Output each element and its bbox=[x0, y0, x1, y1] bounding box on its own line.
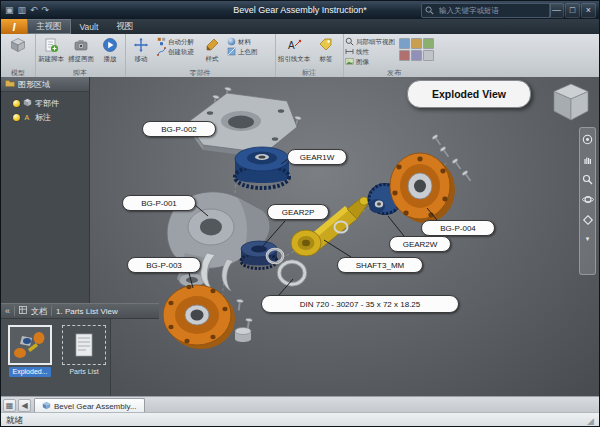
move-icon bbox=[133, 37, 149, 54]
view-title-callout[interactable]: Exploded View bbox=[407, 80, 531, 108]
resize-grip-icon[interactable]: ◢ bbox=[587, 416, 594, 426]
search-input[interactable] bbox=[437, 5, 547, 16]
label-tag-button[interactable]: 标签 bbox=[313, 36, 339, 62]
publish-tool-icon[interactable] bbox=[411, 50, 422, 61]
group-label-annotation[interactable]: 标注 bbox=[275, 68, 343, 77]
create-trail-button[interactable]: 创建轨迹 bbox=[157, 48, 197, 56]
view-cube[interactable] bbox=[547, 80, 595, 128]
part-bg-p-003[interactable] bbox=[163, 285, 235, 349]
auto-explode-button[interactable]: 自动分解 bbox=[157, 38, 197, 46]
pan-hand-icon[interactable] bbox=[582, 154, 593, 165]
storyboard-thumb-parts-list[interactable]: Parts List bbox=[61, 325, 107, 396]
part-gear1w[interactable] bbox=[235, 147, 289, 188]
detail-view-button[interactable]: 局部细节视图 bbox=[345, 38, 397, 46]
grid-view-icon[interactable] bbox=[19, 306, 27, 316]
callout-din-bearing[interactable]: DIN 720 - 30207 - 35 x 72 x 18.25 bbox=[261, 295, 459, 313]
viewport-3d[interactable]: Exploded View BG-P-002 GEAR1W BG-P-001 G… bbox=[89, 77, 600, 396]
thumb-label[interactable]: Parts List bbox=[66, 367, 101, 377]
group-label-publish[interactable]: 发布 bbox=[343, 68, 445, 77]
ribbon-tab-home[interactable]: 主视图 bbox=[27, 19, 71, 34]
tree-item-annotations[interactable]: A 标注 bbox=[7, 110, 89, 124]
new-script-button[interactable]: 新建脚本 bbox=[37, 36, 65, 62]
callout-gear2w[interactable]: GEAR2W bbox=[389, 236, 451, 252]
part-bg-p-004[interactable] bbox=[390, 153, 455, 223]
play-label: 播放 bbox=[104, 55, 117, 62]
callout-shaft3-mm[interactable]: SHAFT3_MM bbox=[337, 257, 423, 273]
capture-frame-button[interactable]: 捕捉画面 bbox=[67, 36, 95, 62]
publish-tool-icon[interactable] bbox=[399, 50, 410, 61]
shaded-view-button[interactable]: 上色图 bbox=[227, 48, 263, 56]
publish-tool-icon[interactable] bbox=[423, 38, 434, 49]
play-button[interactable]: 播放 bbox=[97, 36, 123, 62]
part-cap[interactable] bbox=[235, 328, 251, 343]
auto-explode-icon bbox=[157, 37, 166, 47]
tab-tools: ▦ ◀ bbox=[3, 397, 34, 413]
ribbon-group-model: 模型 bbox=[1, 34, 36, 77]
group-label-components[interactable]: 零部件 bbox=[125, 68, 275, 77]
screws-bottom[interactable] bbox=[235, 299, 252, 331]
breadcrumb-current[interactable]: 1. Parts List View bbox=[56, 307, 118, 316]
publish-tool-icon[interactable] bbox=[399, 38, 410, 49]
callout-bg-p-002[interactable]: BG-P-002 bbox=[142, 121, 216, 137]
document-tab-label: Bevel Gear Assembly... bbox=[54, 402, 137, 411]
tab-back-button[interactable]: ◀ bbox=[18, 399, 31, 412]
application-button[interactable]: I bbox=[1, 19, 27, 34]
callout-text-label: 指引线文本 bbox=[278, 55, 311, 62]
group-label-script[interactable]: 脚本 bbox=[35, 68, 125, 77]
auto-explode-label: 自动分解 bbox=[168, 38, 194, 47]
separator bbox=[51, 306, 52, 316]
document-tab-active[interactable]: Bevel Gear Assembly... bbox=[34, 398, 145, 413]
callout-bg-p-003[interactable]: BG-P-003 bbox=[127, 257, 201, 273]
storyboard-thumb-exploded[interactable]: Exploded... bbox=[7, 325, 53, 396]
linear-button[interactable]: 线性 bbox=[345, 48, 397, 56]
help-search-box[interactable] bbox=[421, 3, 551, 18]
look-at-icon[interactable] bbox=[582, 214, 594, 226]
trail-icon bbox=[157, 47, 166, 57]
browser-panel: 图形区域 零部件 A 标注 bbox=[1, 77, 90, 303]
title-bar: ▣ ▥ ↶ ↷ Bevel Gear Assembly Instruction*… bbox=[1, 1, 599, 19]
part-gear2p[interactable] bbox=[241, 241, 277, 269]
maximize-button[interactable]: □ bbox=[565, 3, 580, 18]
separator bbox=[14, 306, 15, 316]
move-label: 移动 bbox=[135, 55, 148, 62]
breadcrumb-root[interactable]: 文档 bbox=[31, 306, 47, 317]
callout-gear1w[interactable]: GEAR1W bbox=[287, 149, 347, 165]
thumb-parts-list-image[interactable] bbox=[62, 325, 106, 365]
visibility-bulb-icon[interactable] bbox=[13, 114, 20, 121]
tree-item-label: 标注 bbox=[35, 112, 51, 123]
publish-tool-icon[interactable] bbox=[411, 38, 422, 49]
model-button[interactable] bbox=[3, 36, 33, 54]
publish-tool-icon[interactable] bbox=[423, 50, 434, 61]
thumb-exploded-image[interactable] bbox=[8, 325, 52, 365]
zoom-icon[interactable] bbox=[582, 174, 593, 185]
image-button[interactable]: 图像 bbox=[345, 58, 397, 66]
navbar-more-icon[interactable]: ▾ bbox=[586, 235, 590, 242]
orbit-icon[interactable] bbox=[582, 194, 594, 205]
callout-bg-p-001[interactable]: BG-P-001 bbox=[122, 195, 196, 211]
leader-text-icon: A bbox=[286, 37, 302, 54]
ribbon-tab-vault[interactable]: Vault bbox=[71, 19, 108, 34]
group-label-model[interactable]: 模型 bbox=[1, 68, 35, 77]
callout-gear2p[interactable]: GEAR2P bbox=[267, 204, 329, 220]
visibility-bulb-icon[interactable] bbox=[13, 100, 20, 107]
storyboard-breadcrumb: « 文档 1. Parts List View bbox=[1, 303, 159, 319]
collapse-panel-icon[interactable]: « bbox=[5, 306, 10, 316]
document-tab-bar: ▦ ◀ Bevel Gear Assembly... bbox=[1, 396, 599, 413]
camera-icon bbox=[73, 37, 89, 54]
navigation-wheel-icon[interactable] bbox=[582, 134, 593, 145]
ribbon-tab-view[interactable]: 视图 bbox=[107, 19, 142, 34]
minimize-button[interactable]: — bbox=[549, 3, 564, 18]
tree-item-components[interactable]: 零部件 bbox=[7, 96, 89, 110]
callout-text-button[interactable]: A 指引线文本 bbox=[277, 36, 311, 62]
ribbon-group-annotation: A 指引线文本 标签 标注 bbox=[275, 34, 344, 77]
material-button[interactable]: 材料 bbox=[227, 38, 263, 46]
close-button[interactable]: × bbox=[581, 3, 596, 18]
browser-header: 图形区域 bbox=[1, 77, 89, 92]
callout-bg-p-004[interactable]: BG-P-004 bbox=[421, 220, 495, 236]
styles-button[interactable]: 样式 bbox=[199, 36, 225, 62]
move-button[interactable]: 移动 bbox=[127, 36, 155, 62]
thumb-label[interactable]: Exploded... bbox=[9, 367, 50, 377]
panel-grid-button[interactable]: ▦ bbox=[3, 399, 16, 412]
browser-tree: 零部件 A 标注 bbox=[1, 92, 89, 124]
document-cube-icon bbox=[42, 401, 51, 412]
